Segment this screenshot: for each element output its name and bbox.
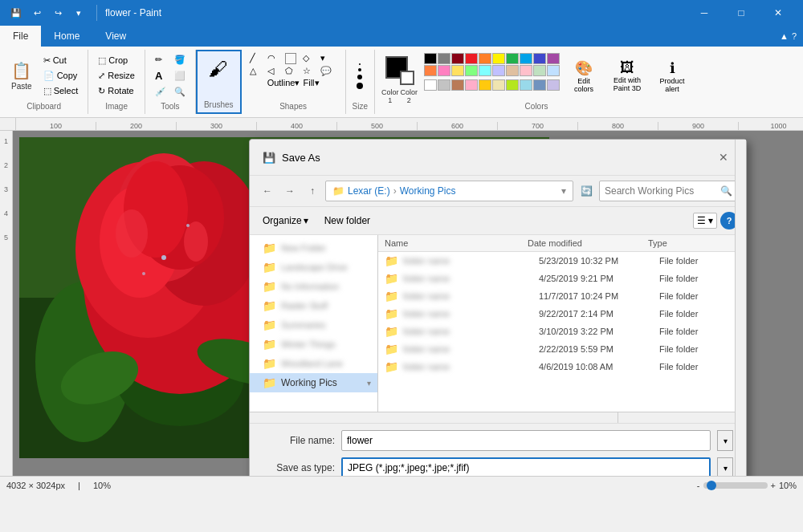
undo-btn[interactable]: ↩	[27, 3, 47, 22]
organize-btn[interactable]: Organize ▾	[258, 213, 313, 228]
breadcrumb-drive[interactable]: Lexar (E:)	[348, 185, 390, 197]
file-item-3[interactable]: 📁 folder name 9/22/2017 2:14 PM File fol…	[378, 305, 746, 323]
shape-callout[interactable]: 💬	[320, 66, 336, 76]
dialog-close-btn[interactable]: ✕	[714, 148, 733, 167]
tab-file[interactable]: File	[0, 26, 41, 47]
text-btn[interactable]: A	[152, 68, 169, 83]
vertical-scrollbar[interactable]	[735, 235, 746, 412]
swatch-yellow[interactable]	[492, 53, 505, 64]
swatch-black[interactable]	[424, 53, 437, 64]
breadcrumb-folder[interactable]: Working Pics	[400, 185, 456, 197]
left-item-7[interactable]: 📁 Woodland Lane	[250, 354, 377, 373]
copy-btn[interactable]: 📄 Copy	[40, 69, 82, 83]
swatch-peach[interactable]	[424, 65, 437, 76]
hscroll-track[interactable]	[250, 412, 618, 423]
zoom-handle[interactable]	[707, 481, 716, 490]
swatch-lilac[interactable]	[547, 79, 560, 91]
pencil-btn[interactable]: ✏	[152, 53, 169, 67]
crop-btn[interactable]: ⬚ Crop	[95, 54, 138, 67]
rotate-btn[interactable]: ↻ Rotate	[95, 84, 138, 98]
swatch-blue[interactable]	[520, 53, 532, 64]
swatch-brown[interactable]	[451, 79, 464, 91]
zoom-in-btn[interactable]: +	[771, 481, 776, 490]
breadcrumb-dropdown[interactable]: ▾	[561, 185, 566, 197]
file-item-2[interactable]: 📁 folder name 11/7/2017 10:24 PM File fo…	[378, 287, 746, 305]
left-item-working-pics[interactable]: 📁 Working Pics ▾	[250, 373, 377, 392]
swatch-gold[interactable]	[479, 79, 491, 91]
shape-curve[interactable]: ◠	[267, 53, 283, 64]
shape-tri[interactable]: △	[250, 66, 266, 76]
brushes-btn[interactable]: 🖌	[204, 55, 233, 83]
swatch-steelblue[interactable]	[533, 79, 546, 91]
swatch-darkblue[interactable]	[533, 53, 546, 64]
swatch-lightgreen[interactable]	[465, 65, 478, 76]
swatch-green[interactable]	[506, 53, 519, 64]
swatch-white[interactable]	[424, 79, 437, 91]
size-1[interactable]	[359, 63, 361, 65]
paste-btn[interactable]: 📋 Paste	[6, 58, 37, 94]
product-alert-btn[interactable]: ℹ Productalert	[653, 56, 691, 96]
file-item-6[interactable]: 📁 folder name 4/6/2019 10:08 AM File fol…	[378, 358, 746, 376]
select-btn[interactable]: ⬚ Select	[40, 84, 82, 98]
swatch-skyblue[interactable]	[520, 79, 532, 91]
up-btn[interactable]: ↑	[303, 181, 322, 201]
refresh-btn[interactable]: 🔄	[577, 181, 596, 201]
back-btn[interactable]: ←	[258, 181, 277, 201]
swatch-red[interactable]	[465, 53, 478, 64]
cut-btn[interactable]: ✂ Cut	[40, 54, 82, 67]
shape-line[interactable]: ╱	[250, 53, 266, 64]
left-item-6[interactable]: 📁 Winter Things	[250, 335, 377, 354]
edit-with-paint3d-btn[interactable]: 🖼 Edit withPaint 3D	[608, 56, 646, 95]
swatch-pink[interactable]	[438, 65, 450, 76]
col-date[interactable]: Date modified	[528, 238, 648, 248]
swatch-purple[interactable]	[547, 53, 560, 64]
redo-btn[interactable]: ↪	[48, 3, 67, 22]
swatch-lightyellow[interactable]	[451, 65, 464, 76]
swatch-mintgreen[interactable]	[533, 65, 546, 76]
help-top-btn[interactable]: ?	[792, 31, 797, 41]
col-type[interactable]: Type	[648, 238, 728, 248]
swatch-orange[interactable]	[479, 53, 491, 64]
file-item-1[interactable]: 📁 folder name 4/25/2019 9:21 PM File fol…	[378, 270, 746, 287]
color-selector[interactable]	[385, 56, 414, 85]
swatch-hotpink[interactable]	[465, 79, 478, 91]
resize-btn[interactable]: ⤢ Resize	[95, 69, 138, 83]
size-2[interactable]	[358, 68, 361, 71]
expand-arrow[interactable]: ▾	[367, 379, 371, 388]
picker-btn[interactable]: 💉	[152, 85, 169, 99]
fill-shape-btn[interactable]: Fill▾	[303, 78, 319, 88]
left-item-2[interactable]: 📁 Landscape Drive	[250, 258, 377, 277]
swatch-tan[interactable]	[506, 65, 519, 76]
swatch-silver[interactable]	[438, 79, 450, 91]
tab-view[interactable]: View	[92, 26, 139, 47]
file-item-4[interactable]: 📁 folder name 3/10/2019 3:22 PM File fol…	[378, 323, 746, 340]
save-quick-btn[interactable]: 💾	[6, 3, 26, 22]
shape-penta[interactable]: ⬠	[285, 66, 301, 76]
swatch-lime[interactable]	[506, 79, 519, 91]
file-item-0[interactable]: 📁 folder name 5/23/2019 10:32 PM File fo…	[378, 252, 746, 270]
filename-input[interactable]	[341, 430, 711, 451]
shape-more[interactable]: ▾	[320, 53, 336, 64]
filetype-dropdown[interactable]: ▾	[717, 457, 733, 476]
swatch-babyblue[interactable]	[547, 65, 560, 76]
left-item-1[interactable]: 📁 New Folder	[250, 238, 377, 258]
col-name[interactable]: Name	[385, 238, 528, 248]
ribbon-collapse-btn[interactable]: ▲	[780, 31, 789, 41]
zoom-out-btn[interactable]: -	[697, 481, 700, 490]
swatch-cream[interactable]	[492, 79, 505, 91]
shape-rect[interactable]	[285, 53, 296, 64]
filetype-select[interactable]: JPEG (*.jpg;*.jpeg;*.jpe;*.jfif)	[341, 457, 711, 476]
outline-btn[interactable]: Outline▾	[267, 78, 300, 88]
eraser-btn[interactable]: ⬜	[171, 69, 189, 83]
file-item-5[interactable]: 📁 folder name 2/22/2019 5:59 PM File fol…	[378, 340, 746, 358]
size-4[interactable]	[357, 83, 363, 89]
forward-btn[interactable]: →	[280, 181, 300, 201]
left-item-3[interactable]: 📁 No Information	[250, 277, 377, 296]
new-folder-btn[interactable]: New folder	[320, 213, 375, 228]
color2-swatch[interactable]	[400, 71, 414, 85]
tab-home[interactable]: Home	[41, 26, 92, 47]
color2-label[interactable]: Color2	[401, 88, 418, 104]
shape-rtri[interactable]: ◁	[267, 66, 283, 76]
minimize-btn[interactable]: ─	[686, 0, 723, 26]
left-item-4[interactable]: 📁 Raider Stuff	[250, 296, 377, 315]
